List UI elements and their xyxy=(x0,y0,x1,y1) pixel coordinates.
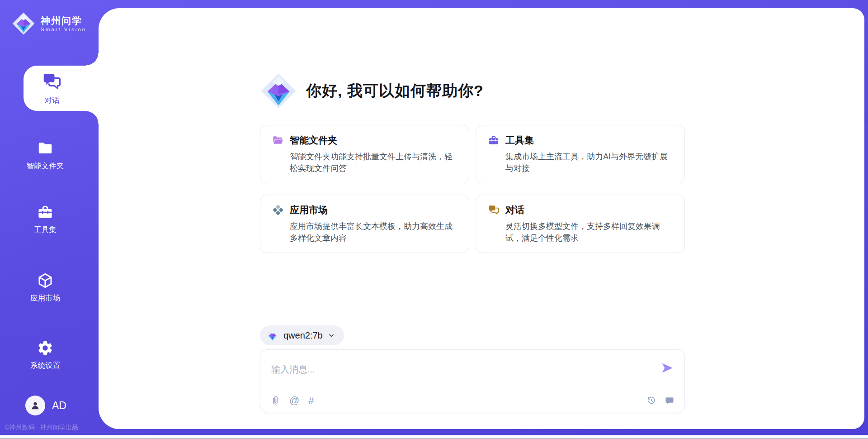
card-description: 灵活切换多模型文件，支持多样回复效果调试，满足个性化需求 xyxy=(505,220,673,244)
grid-icon xyxy=(272,204,284,216)
paperclip-icon[interactable] xyxy=(270,396,280,406)
brand: 神州问学 Smart Vision xyxy=(12,12,86,35)
message-input[interactable] xyxy=(271,354,653,384)
greeting-text: 你好, 我可以如何帮助你? xyxy=(306,81,484,101)
composer: @ # xyxy=(260,349,685,412)
copyright: ©神州数码 · 神州问学出品 xyxy=(5,424,78,432)
user-initials: AD xyxy=(52,400,66,412)
main-panel: 你好, 我可以如何帮助你? 智能文件夹 智能文件夹功能支持批量文件上传与清洗，轻… xyxy=(99,8,864,429)
window-bottom-edge xyxy=(0,435,868,439)
sidebar-item-toolset[interactable]: 工具集 xyxy=(0,204,99,235)
composer-right-tools xyxy=(646,396,675,406)
model-selector[interactable]: qwen2:7b xyxy=(260,325,344,345)
brand-name: 神州问学 xyxy=(41,15,86,26)
sidebar-nav: 对话 智能文件夹 工具集 应用市场 系统设置 xyxy=(0,66,99,371)
brand-gem-icon xyxy=(260,72,297,110)
brand-text: 神州问学 Smart Vision xyxy=(41,15,86,32)
card-title: 对话 xyxy=(505,204,524,216)
at-icon[interactable]: @ xyxy=(289,396,299,406)
person-icon xyxy=(29,400,41,411)
sidebar-item-label: 智能文件夹 xyxy=(27,161,64,171)
feature-cards: 智能文件夹 智能文件夹功能支持批量文件上传与清洗，轻松实现文件问答 工具集 集成… xyxy=(260,125,685,253)
history-icon[interactable] xyxy=(646,396,656,406)
hash-icon[interactable]: # xyxy=(308,396,314,406)
card-head: 工具集 xyxy=(488,134,673,147)
sidebar-item-app-market[interactable]: 应用市场 xyxy=(0,272,99,303)
folder-open-icon xyxy=(272,134,284,146)
card-head: 智能文件夹 xyxy=(272,134,457,147)
card-head: 对话 xyxy=(488,204,673,216)
avatar xyxy=(25,396,45,415)
card-toolset[interactable]: 工具集 集成市场上主流工具，助力AI与外界无缝扩展与对接 xyxy=(476,125,685,183)
greeting-row: 你好, 我可以如何帮助你? xyxy=(260,8,685,110)
card-app-market[interactable]: 应用市场 应用市场提供丰富长文本模板，助力高效生成多样化文章内容 xyxy=(260,195,469,253)
sidebar-item-label: 对话 xyxy=(45,95,60,105)
model-name: qwen2:7b xyxy=(283,330,323,341)
sidebar-item-chat[interactable]: 对话 xyxy=(24,66,99,111)
card-description: 集成市场上主流工具，助力AI与外界无缝扩展与对接 xyxy=(505,151,673,174)
card-title: 工具集 xyxy=(505,134,534,147)
sidebar: 神州问学 Smart Vision 对话 智能文件夹 工具集 xyxy=(0,0,99,439)
card-head: 应用市场 xyxy=(272,204,457,216)
sidebar-item-label: 系统设置 xyxy=(30,361,60,371)
composer-left-tools: @ # xyxy=(270,396,314,406)
card-description: 应用市场提供丰富长文本模板，助力高效生成多样化文章内容 xyxy=(290,220,457,244)
card-chat[interactable]: 对话 灵活切换多模型文件，支持多样回复效果调试，满足个性化需求 xyxy=(476,195,685,253)
briefcase-icon xyxy=(488,134,500,146)
brand-gem-icon xyxy=(12,12,35,35)
brand-subtitle: Smart Vision xyxy=(41,27,86,32)
sidebar-item-settings[interactable]: 系统设置 xyxy=(0,339,99,371)
chat-icon xyxy=(42,72,62,91)
composer-toolbar: @ # xyxy=(260,389,684,412)
card-description: 智能文件夹功能支持批量文件上传与清洗，轻松实现文件问答 xyxy=(290,151,457,174)
chat-icon xyxy=(488,204,500,216)
sidebar-item-label: 工具集 xyxy=(34,225,57,235)
card-title: 智能文件夹 xyxy=(290,134,337,147)
briefcase-icon xyxy=(37,204,54,221)
send-icon[interactable] xyxy=(660,361,675,375)
chevron-down-icon xyxy=(328,332,335,339)
gear-icon xyxy=(37,339,54,357)
card-title: 应用市场 xyxy=(290,204,328,216)
model-gem-icon xyxy=(266,329,278,342)
user-account[interactable]: AD xyxy=(25,396,66,415)
sidebar-item-smart-folder[interactable]: 智能文件夹 xyxy=(0,140,99,171)
cube-icon xyxy=(37,272,54,289)
chat-home-content: 你好, 我可以如何帮助你? 智能文件夹 智能文件夹功能支持批量文件上传与清洗，轻… xyxy=(260,8,685,429)
card-smart-folder[interactable]: 智能文件夹 智能文件夹功能支持批量文件上传与清洗，轻松实现文件问答 xyxy=(260,125,469,183)
chat-bubble-icon[interactable] xyxy=(665,396,675,406)
sidebar-item-label: 应用市场 xyxy=(30,293,60,303)
folder-icon xyxy=(37,140,54,157)
